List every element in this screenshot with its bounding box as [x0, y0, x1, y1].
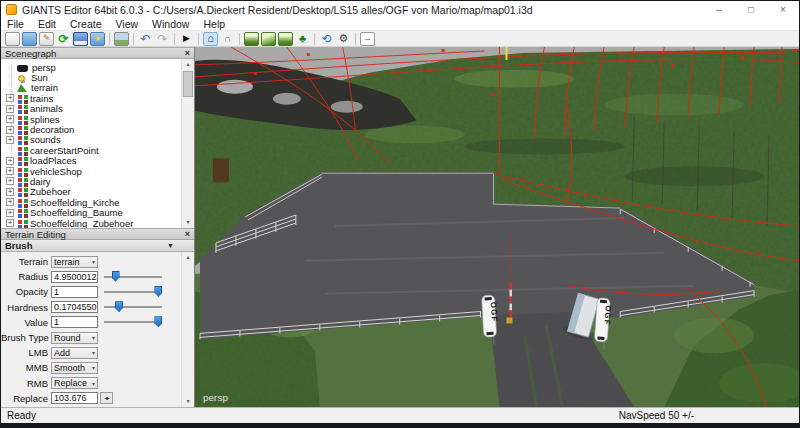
undo-icon[interactable]: ↶: [138, 32, 153, 46]
expand-toggle-icon[interactable]: +: [6, 209, 14, 217]
tree-item-dairy[interactable]: +dairy: [1, 176, 181, 186]
expand-toggle-icon[interactable]: +: [6, 94, 14, 102]
scenegraph-scrollbar[interactable]: ▴ ▾: [181, 59, 194, 228]
tree-item-label: decoration: [30, 124, 74, 135]
mmb-select[interactable]: Smooth▾: [51, 362, 98, 374]
scrollbar-thumb[interactable]: [183, 71, 193, 97]
tree-item-label: Schoeffelding_Kirche: [30, 197, 120, 208]
scroll-up-icon[interactable]: ▴: [182, 252, 194, 263]
tree-item-terrain[interactable]: terrain: [1, 83, 181, 93]
tree-item-persp[interactable]: persp: [1, 62, 181, 72]
new-file-icon[interactable]: [5, 32, 20, 46]
scroll-up-icon[interactable]: ▴: [182, 59, 194, 70]
radius-input[interactable]: 4.95000124: [51, 271, 98, 283]
open-file-icon[interactable]: [22, 32, 37, 46]
tree-item-vehicleShop[interactable]: +vehicleShop: [1, 166, 181, 176]
toolbar-separator: [355, 33, 356, 45]
expand-toggle-icon[interactable]: +: [6, 219, 14, 227]
radius-slider[interactable]: [104, 276, 162, 278]
shader-icon[interactable]: ⚙: [336, 32, 351, 46]
expand-toggle-icon[interactable]: +: [6, 105, 14, 113]
terrain-scrollbar[interactable]: ▴ ▾: [181, 252, 194, 407]
3d-scene[interactable]: OGF OGF: [195, 47, 799, 407]
tree-item-sounds[interactable]: +sounds: [1, 135, 181, 145]
tree-item-label: Schoeffelding_Zubehoer: [30, 218, 133, 228]
delete-icon[interactable]: →: [360, 32, 375, 46]
tree-item-splines[interactable]: +splines: [1, 114, 181, 124]
play-icon[interactable]: ▶: [179, 32, 194, 46]
scenegraph-close-icon[interactable]: ×: [185, 49, 190, 58]
slider-thumb[interactable]: [154, 286, 162, 297]
terrain-smooth-icon[interactable]: [261, 32, 276, 46]
viewport-3d[interactable]: OGF OGF: [195, 47, 799, 407]
terrain-select[interactable]: terrain▾: [51, 256, 98, 268]
expand-toggle-icon[interactable]: +: [6, 177, 14, 185]
toolbar: ✎⟳★↶↷▶⌂∩♣⟲⚙→: [1, 31, 799, 47]
redo-icon[interactable]: ↷: [155, 32, 170, 46]
screenshot-icon[interactable]: [114, 32, 129, 46]
terrain-editing-close-icon[interactable]: ×: [185, 230, 190, 239]
expand-toggle-icon[interactable]: +: [6, 115, 14, 123]
replace-stepper[interactable]: ◂▸: [100, 392, 113, 404]
expand-toggle-icon[interactable]: +: [6, 188, 14, 196]
terrain-sculpt-icon[interactable]: [244, 32, 259, 46]
minimize-button[interactable]: –: [703, 1, 735, 18]
opacity-input[interactable]: 1: [51, 286, 98, 298]
opacity-slider[interactable]: [104, 291, 162, 293]
rmb-select[interactable]: Replace▾: [51, 377, 98, 389]
tree-item-label: Sun: [31, 72, 48, 83]
menu-file[interactable]: File: [7, 18, 24, 30]
tree-item-label: careerStartPoint: [30, 145, 99, 156]
import-icon[interactable]: ✎: [39, 32, 54, 46]
menu-window[interactable]: Window: [152, 18, 189, 30]
hardness-input[interactable]: 0.17045501: [51, 301, 98, 313]
brush-type-select[interactable]: Round▾: [51, 332, 98, 344]
tree-item-Schoeffelding_Zubehoer[interactable]: +Schoeffelding_Zubehoer: [1, 218, 181, 228]
slider-thumb[interactable]: [115, 301, 123, 312]
hardness-slider[interactable]: [104, 306, 162, 308]
menu-edit[interactable]: Edit: [38, 18, 56, 30]
slider-thumb[interactable]: [112, 271, 120, 282]
reload-icon[interactable]: ⟳: [56, 32, 71, 46]
tree-item-Schoeffelding_Baume[interactable]: +Schoeffelding_Baume: [1, 207, 181, 217]
save-icon[interactable]: [73, 32, 88, 46]
tree-item-Sun[interactable]: Sun: [1, 72, 181, 82]
tree-item-Zubehoer[interactable]: +Zubehoer: [1, 187, 181, 197]
expand-toggle-icon[interactable]: +: [6, 198, 14, 206]
menu-view[interactable]: View: [116, 18, 139, 30]
tree-item-careerStartPoint[interactable]: careerStartPoint: [1, 145, 181, 155]
lmb-select[interactable]: Add▾: [51, 347, 98, 359]
expand-toggle-icon[interactable]: +: [6, 167, 14, 175]
tree-item-animals[interactable]: +animals: [1, 104, 181, 114]
replace-input[interactable]: 103.676: [51, 392, 98, 404]
maximize-button[interactable]: □: [735, 1, 767, 18]
frame-selected-icon[interactable]: ⌂: [203, 32, 218, 46]
tree-item-loadPlaces[interactable]: +loadPlaces: [1, 156, 181, 166]
tree-item-Schoeffelding_Kirche[interactable]: +Schoeffelding_Kirche: [1, 197, 181, 207]
field-radius: Radius4.95000124: [1, 269, 181, 284]
scroll-down-icon[interactable]: ▾: [182, 217, 194, 228]
tree-item-decoration[interactable]: +decoration: [1, 124, 181, 134]
menu-create[interactable]: Create: [70, 18, 102, 30]
tree-item-label: splines: [30, 114, 60, 125]
export-icon[interactable]: ★: [90, 32, 105, 46]
close-button[interactable]: ×: [767, 1, 799, 18]
field-label: Radius: [1, 271, 48, 282]
physics-icon[interactable]: ⟲: [319, 32, 334, 46]
value-input[interactable]: 1: [51, 316, 98, 328]
foliage-paint-icon[interactable]: ♣: [295, 32, 310, 46]
tree-item-trains[interactable]: +trains: [1, 93, 181, 103]
terrain-paint-icon[interactable]: [278, 32, 293, 46]
snap-icon[interactable]: ∩: [220, 32, 235, 46]
value-slider[interactable]: [104, 321, 162, 323]
menu-help[interactable]: Help: [203, 18, 225, 30]
scenegraph-title: Scenegraph: [5, 48, 56, 59]
expand-toggle-icon[interactable]: +: [6, 136, 14, 144]
transform-group-icon: [18, 116, 22, 120]
slider-thumb[interactable]: [154, 316, 162, 327]
scroll-down-icon[interactable]: ▾: [182, 396, 194, 407]
brush-section-bar[interactable]: Brush ▼: [1, 240, 194, 252]
expand-toggle-icon[interactable]: +: [6, 157, 14, 165]
section-dropdown-icon[interactable]: ▼: [167, 242, 174, 249]
expand-toggle-icon[interactable]: +: [6, 126, 14, 134]
